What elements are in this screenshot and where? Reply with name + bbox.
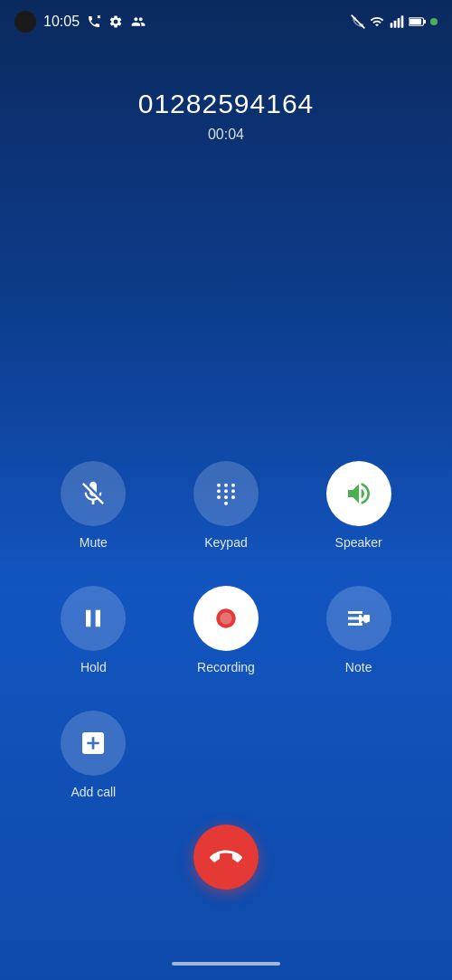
recording-button[interactable]: Recording [169, 586, 284, 674]
keypad-button[interactable]: Keypad [169, 461, 284, 550]
phone-number: 01282594164 [0, 89, 452, 119]
phone-crossed-icon [351, 14, 365, 29]
hold-button[interactable]: Hold [36, 586, 151, 674]
svg-rect-6 [401, 15, 404, 27]
status-bar-left: 10:05 [14, 11, 146, 33]
battery-icon [409, 15, 427, 28]
svg-point-21 [220, 612, 231, 624]
svg-rect-25 [363, 615, 370, 622]
svg-rect-23 [348, 617, 363, 620]
wifi-icon [369, 14, 385, 29]
green-indicator [430, 18, 438, 25]
svg-rect-3 [391, 23, 393, 27]
hold-icon [79, 604, 108, 633]
camera-indicator [14, 11, 36, 33]
speaker-label: Speaker [335, 535, 382, 550]
speaker-button[interactable]: Speaker [301, 461, 416, 550]
svg-point-13 [217, 489, 221, 493]
svg-rect-24 [348, 623, 363, 626]
svg-rect-4 [394, 21, 397, 28]
recording-label: Recording [197, 660, 255, 674]
keypad-icon-circle [193, 461, 259, 526]
svg-point-10 [217, 484, 221, 487]
signal-icon [389, 14, 405, 29]
note-icon-circle [326, 586, 391, 651]
end-call-button[interactable] [193, 825, 259, 890]
status-time: 10:05 [43, 14, 80, 30]
svg-rect-9 [424, 20, 426, 24]
phone-status-icon [87, 14, 101, 29]
add-call-icon-circle [61, 711, 126, 776]
mute-label: Mute [80, 535, 108, 550]
hold-label: Hold [80, 660, 107, 674]
svg-point-11 [224, 484, 228, 487]
status-bar-right [351, 14, 438, 29]
people-icon [130, 14, 146, 29]
add-call-button[interactable]: Add call [36, 711, 151, 799]
speaker-icon [344, 479, 373, 508]
svg-point-17 [224, 495, 228, 499]
svg-rect-8 [410, 19, 421, 24]
svg-point-16 [217, 495, 221, 499]
call-duration: 00:04 [0, 127, 452, 143]
call-info: 01282594164 00:04 [0, 89, 452, 143]
hold-icon-circle [61, 586, 126, 651]
end-call-icon [210, 841, 242, 873]
add-call-label: Add call [71, 785, 116, 799]
svg-line-2 [352, 15, 365, 29]
svg-point-18 [231, 495, 235, 499]
status-bar: 10:05 [0, 0, 452, 43]
add-call-icon [79, 729, 108, 758]
note-button[interactable]: Note [301, 586, 416, 674]
mute-icon-circle [61, 461, 126, 526]
svg-point-12 [231, 484, 235, 487]
svg-point-15 [231, 489, 235, 493]
settings-icon [108, 14, 123, 29]
svg-rect-22 [348, 611, 363, 614]
speaker-icon-circle [326, 461, 391, 526]
svg-rect-5 [398, 18, 400, 28]
recording-icon [212, 604, 240, 633]
mute-button[interactable]: Mute [36, 461, 151, 550]
svg-point-14 [224, 489, 228, 493]
mute-icon [79, 479, 108, 508]
keypad-icon [212, 479, 240, 508]
svg-point-19 [224, 502, 228, 505]
recording-icon-circle [193, 586, 259, 651]
note-label: Note [345, 660, 372, 674]
keypad-label: Keypad [204, 535, 247, 550]
home-indicator [172, 962, 280, 966]
note-icon [344, 604, 373, 633]
controls-grid: Mute Keypad [36, 461, 416, 799]
controls-area: Mute Keypad [0, 461, 452, 799]
